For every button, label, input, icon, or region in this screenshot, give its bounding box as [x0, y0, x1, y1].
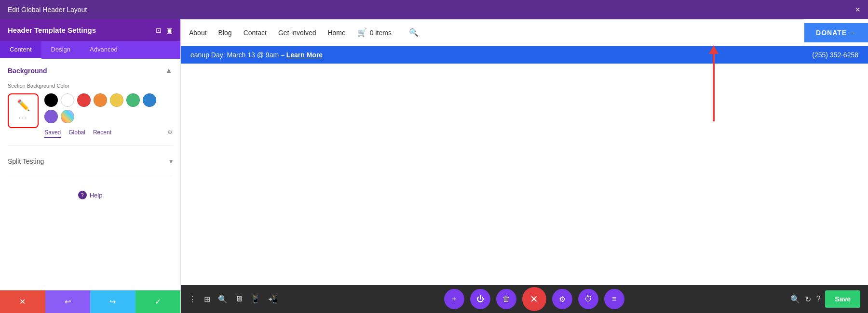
swatch-yellow[interactable] [110, 93, 123, 107]
cart-area: 🛒 0 items [357, 28, 392, 37]
redo-button[interactable]: ↪ [90, 290, 136, 313]
align-button[interactable]: ≡ [604, 289, 624, 309]
color-tab-saved[interactable]: Saved [44, 129, 61, 138]
nav-contact[interactable]: Contact [244, 29, 267, 37]
toolbar-search-icon[interactable]: 🔍 [218, 295, 228, 304]
swatch-gradient[interactable] [61, 110, 74, 123]
color-tab-settings-icon[interactable]: ⚙ [167, 129, 173, 138]
swatch-white[interactable] [61, 93, 74, 107]
left-panel: Header Template Settings ⊡ ▣ Content Des… [0, 19, 181, 313]
confirm-button[interactable]: ✓ [136, 290, 181, 313]
add-button[interactable]: + [444, 289, 464, 309]
tab-design[interactable]: Design [41, 41, 80, 59]
cancel-button[interactable]: ✕ [0, 290, 45, 313]
panel-icon-1[interactable]: ⊡ [156, 26, 162, 34]
toolbar-history-icon[interactable]: ↻ [805, 295, 811, 304]
panel-title: Header Template Settings [8, 26, 96, 34]
divider-2 [8, 177, 173, 177]
panel-header-icons: ⊡ ▣ [156, 26, 173, 34]
main-layout: Header Template Settings ⊡ ▣ Content Des… [0, 19, 868, 313]
toolbar-tablet-icon[interactable]: 📱 [251, 295, 260, 304]
cart-text: 0 items [370, 29, 392, 37]
toolbar-center: + ⏻ 🗑 ✕ ⚙ ⏱ ≡ [278, 287, 790, 311]
arrow-shaft [713, 54, 715, 121]
divider-1 [8, 145, 173, 146]
chevron-down-icon[interactable]: ▾ [169, 157, 173, 165]
close-button[interactable]: × [855, 5, 860, 15]
title-bar: Edit Global Header Layout × [0, 0, 868, 19]
split-testing-label: Split Testing [8, 157, 44, 165]
nav-get-involved[interactable]: Get-involved [278, 29, 316, 37]
search-icon[interactable]: 🔍 [409, 28, 419, 37]
power-button[interactable]: ⏻ [470, 289, 490, 309]
swatch-blue[interactable] [143, 93, 156, 107]
tab-content[interactable]: Content [0, 41, 41, 59]
panel-body: Background ▲ Section Background Color ✏️… [0, 59, 180, 290]
toolbar-search-right-icon[interactable]: 🔍 [790, 295, 800, 304]
swatch-black[interactable] [44, 93, 58, 107]
color-tab-global[interactable]: Global [68, 129, 85, 138]
background-section-header: Background ▲ [8, 66, 173, 75]
toolbar-left: ⋮ ⊞ 🔍 🖥 📱 📲 [189, 295, 278, 304]
toolbar-right: 🔍 ↻ ? Save [790, 290, 860, 308]
split-testing-row[interactable]: Split Testing ▾ [8, 154, 173, 169]
nav-bar: About Blog Contact Get-involved Home 🛒 0… [181, 19, 868, 46]
blue-banner: eanup Day: March 13 @ 9am – Learn More (… [181, 46, 868, 64]
color-picker-area: ✏️ ··· S [8, 93, 173, 138]
collapse-icon[interactable]: ▲ [165, 66, 173, 75]
eyedropper-dots: ··· [18, 114, 27, 122]
swatch-orange[interactable] [94, 93, 107, 107]
toolbar-mobile-icon[interactable]: 📲 [268, 295, 278, 304]
swatches-and-tabs: Saved Global Recent ⚙ [44, 93, 173, 138]
help-text[interactable]: Help [90, 192, 103, 199]
nav-about[interactable]: About [189, 29, 207, 37]
help-row: ? Help [8, 185, 173, 205]
eyedropper-swatch[interactable]: ✏️ ··· [8, 93, 39, 128]
right-content: About Blog Contact Get-involved Home 🛒 0… [181, 19, 868, 313]
donate-button[interactable]: DONATE → [804, 23, 868, 42]
save-button[interactable]: Save [825, 290, 860, 308]
title-bar-text: Edit Global Header Layout [8, 6, 87, 13]
nav-blog[interactable]: Blog [218, 29, 232, 37]
color-tab-recent[interactable]: Recent [93, 129, 111, 138]
close-x-button[interactable]: ✕ [522, 287, 546, 311]
phone-number: (255) 352-6258 [812, 51, 858, 59]
bottom-actions: ✕ ↩ ↪ ✓ [0, 290, 180, 313]
cart-icon: 🛒 [357, 28, 367, 37]
swatch-purple[interactable] [44, 110, 58, 123]
settings-button[interactable]: ⚙ [552, 289, 572, 309]
panel-header: Header Template Settings ⊡ ▣ [0, 19, 180, 41]
swatch-red[interactable] [77, 93, 91, 107]
delete-button[interactable]: 🗑 [496, 289, 516, 309]
banner-text: eanup Day: March 13 @ 9am – [190, 51, 285, 59]
toolbar-desktop-icon[interactable]: 🖥 [235, 295, 243, 303]
header-preview: About Blog Contact Get-involved Home 🛒 0… [181, 19, 868, 64]
undo-button[interactable]: ↩ [45, 290, 91, 313]
banner-text-area: eanup Day: March 13 @ 9am – Learn More [190, 51, 323, 59]
color-swatches [44, 93, 173, 123]
timer-button[interactable]: ⏱ [578, 289, 598, 309]
tabs-row: Content Design Advanced [0, 41, 180, 59]
swatch-green[interactable] [126, 93, 140, 107]
background-title: Background [8, 67, 47, 75]
eyedropper-icon: ✏️ [17, 99, 30, 112]
nav-box: About Blog Contact Get-involved Home 🛒 0… [181, 19, 804, 46]
toolbar-help-icon[interactable]: ? [816, 295, 820, 303]
toolbar-grid-icon[interactable]: ⊞ [204, 295, 210, 304]
nav-home[interactable]: Home [327, 29, 345, 37]
color-tab-row: Saved Global Recent ⚙ [44, 129, 173, 138]
color-label: Section Background Color [8, 83, 173, 89]
toolbar-hamburger-icon[interactable]: ⋮ [189, 295, 196, 304]
tab-advanced[interactable]: Advanced [80, 41, 127, 59]
banner-link[interactable]: Learn More [286, 51, 323, 59]
panel-icon-2[interactable]: ▣ [166, 26, 173, 34]
bottom-toolbar: ⋮ ⊞ 🔍 🖥 📱 📲 + ⏻ 🗑 ✕ ⚙ ⏱ ≡ 🔍 ↻ ? Save [181, 285, 868, 313]
help-icon: ? [78, 191, 87, 199]
